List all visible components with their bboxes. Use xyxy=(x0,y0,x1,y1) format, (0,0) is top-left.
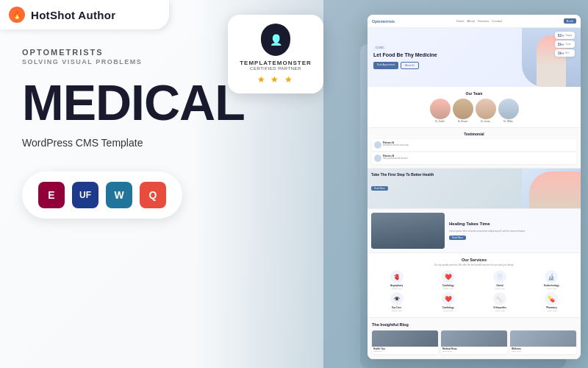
elementor-icon: E xyxy=(38,182,65,208)
health-text: Take The First Step To Better Health Rea… xyxy=(371,172,518,192)
healing-btn[interactable]: Read More xyxy=(449,236,466,240)
angioplasty-desc: Quality care xyxy=(392,288,401,290)
blog-img-1 xyxy=(372,330,438,347)
services-title: Our Services xyxy=(372,258,576,262)
team-name-3: Dr. Jones xyxy=(481,120,490,123)
templatemonster-badge: TemplateMonster CERTIFIED PARTNER ★ ★ ★ xyxy=(228,15,323,93)
dental-name: Dental xyxy=(497,284,503,287)
stats-area: 62+ Happy 2k+ Treat 1k+ Rev xyxy=(555,32,575,57)
preview-hero: CLINIC Let Food Be Thy Medicine Book App… xyxy=(368,28,581,87)
team-photo-4 xyxy=(498,99,519,119)
nav-services: Services xyxy=(478,19,489,23)
tm-stars: ★ ★ ★ xyxy=(240,74,312,85)
service-eye: 👁️ Eye Care Quality care xyxy=(372,292,421,312)
stat-3-value: 1k+ xyxy=(558,51,564,55)
team-section-title: Our Team xyxy=(372,91,576,96)
tm-certified: CERTIFIED PARTNER xyxy=(240,66,312,71)
team-photo-2 xyxy=(453,99,473,119)
team-row: Dr. Smith Dr. Brown Dr. Jones Dr. White xyxy=(372,99,576,123)
health-title: Take The First Step To Better Health xyxy=(371,172,518,177)
healing-text: Lorem ipsum dolor sit amet consectetur a… xyxy=(449,230,576,233)
preview-testimonial: Testimonial Patient A Excellent service … xyxy=(368,127,581,168)
cardiology-name: Cardiology xyxy=(442,284,454,287)
blog-card-text-2: Read more... xyxy=(442,350,506,353)
eye-name: Eye Care xyxy=(392,306,401,309)
tm-shield-icon xyxy=(261,24,290,56)
services-grid: 🫀 Angioplasty Quality care ❤️ Cardiology… xyxy=(372,270,576,313)
stat-2-value: 2k+ xyxy=(558,42,564,46)
blog-content-2: Medical News Read more... xyxy=(441,347,507,355)
preview-blog-section: The Insightful Blog Health Tips Read mor… xyxy=(368,317,581,359)
preview-cta-btn[interactable]: Book xyxy=(564,18,576,24)
blog-title: The Insightful Blog xyxy=(372,322,576,327)
uf-icon: UF xyxy=(72,182,98,208)
angioplasty-name: Angioplasty xyxy=(390,284,403,287)
stat-3-label: Rev xyxy=(565,52,569,54)
blog-card-2: Medical News Read more... xyxy=(441,330,507,355)
blog-card-1: Health Tips Read more... xyxy=(372,330,438,355)
services-subtitle: Our top quality services. We offer the b… xyxy=(372,263,576,266)
healing-title: Healing Takes Time xyxy=(449,222,576,227)
service-dental: 🦷 Dental Quality care xyxy=(476,270,525,290)
blog-card-text-1: Read more... xyxy=(373,350,437,353)
preview-header: Optometrists Home About Services Contact… xyxy=(368,15,581,28)
stat-1-label: Happy xyxy=(565,34,572,37)
team-name-2: Dr. Brown xyxy=(458,120,467,123)
orthopedics-desc: Quality care xyxy=(495,310,504,312)
eye-desc: Quality care xyxy=(392,310,401,312)
blog-content-3: Wellness Read more... xyxy=(510,347,576,355)
brand-icon: 🔥 xyxy=(9,7,25,23)
team-name-4: Dr. White xyxy=(503,120,512,123)
test-content-1: Patient A Excellent service and care xyxy=(383,141,574,147)
team-name-1: Dr. Smith xyxy=(435,120,444,123)
nav-home: Home xyxy=(456,19,465,23)
cardiology-desc: Quality care xyxy=(443,288,453,290)
service-pharmacy: 💊 Pharmacy Quality care xyxy=(527,292,576,312)
preview-healing-section: Healing Takes Time Lorem ipsum dolor sit… xyxy=(368,208,581,252)
plugin-icons-row: E UF W Q xyxy=(22,171,182,219)
tm-brand: TemplateMonster xyxy=(240,60,312,66)
cardiology2-icon: ❤️ xyxy=(442,292,455,305)
team-photo-3 xyxy=(476,99,496,119)
service-angioplasty: 🫀 Angioplasty Quality care xyxy=(372,270,421,290)
team-member-4: Dr. White xyxy=(498,99,519,123)
dental-icon: 🦷 xyxy=(493,270,506,283)
service-cardiology2: ❤️ Cardiology Quality care xyxy=(423,292,473,312)
healing-image xyxy=(371,213,445,249)
pharmacy-desc: Quality care xyxy=(547,310,556,312)
stat-1-value: 62+ xyxy=(558,33,564,38)
team-member-1: Dr. Smith xyxy=(430,99,451,123)
preview-services-section: Our Services Our top quality services. W… xyxy=(368,252,581,317)
dental-desc: Quality care xyxy=(495,288,504,290)
cardiology2-name: Cardiology xyxy=(442,306,454,309)
testimonial-list: Patient A Excellent service and care Pat… xyxy=(372,139,576,164)
endocrinology-icon: 🔬 xyxy=(545,270,558,283)
preview-health-section: Take The First Step To Better Health Rea… xyxy=(368,168,581,208)
preview-book-btn[interactable]: Book Appointment xyxy=(373,62,398,69)
health-left: Take The First Step To Better Health Rea… xyxy=(368,169,522,208)
cardiology-icon: ❤️ xyxy=(442,270,455,283)
pharmacy-icon: 💊 xyxy=(545,292,558,305)
website-preview: Optometrists Home About Services Contact… xyxy=(368,15,581,359)
team-photo-1 xyxy=(430,99,451,119)
health-right-image xyxy=(522,169,581,208)
test-item-1: Patient A Excellent service and care xyxy=(372,139,576,151)
service-endocrinology: 🔬 Endocrinology Quality care xyxy=(527,270,576,290)
orthopedics-icon: 🦴 xyxy=(493,292,506,305)
preview-team-section: Our Team Dr. Smith Dr. Brown Dr. Jones D… xyxy=(368,87,581,127)
header-bar: 🔥 HotShot Author xyxy=(0,0,169,29)
blog-row: Health Tips Read more... Medical News Re… xyxy=(372,330,576,355)
health-btn[interactable]: Read More xyxy=(371,186,388,191)
service-cardiology: ❤️ Cardiology Quality care xyxy=(423,270,473,290)
angioplasty-icon: 🫀 xyxy=(390,270,404,283)
preview-hero-btns: Book Appointment About Us xyxy=(373,62,516,69)
blog-card-3: Wellness Read more... xyxy=(510,330,576,355)
brand-title: HotShot Author xyxy=(31,9,115,21)
nav-about: About xyxy=(467,19,475,23)
eye-icon: 👁️ xyxy=(390,292,404,305)
blog-img-2 xyxy=(441,330,507,347)
preview-bottom-cards: Optometrists A Healthy Outside Starts Fr… xyxy=(368,358,581,359)
testimonial-title: Testimonial xyxy=(372,132,576,136)
preview-about-btn[interactable]: About Us xyxy=(401,62,418,69)
main-description: WordPress CMS Template xyxy=(22,136,345,151)
